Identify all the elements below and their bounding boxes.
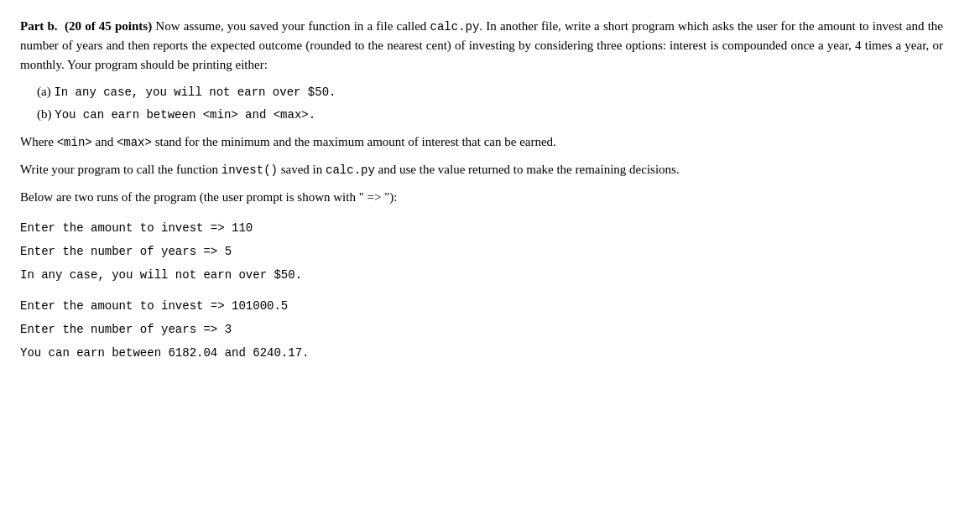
list-item-a: (a) In any case, you will not earn over … bbox=[37, 82, 943, 101]
run1-line1: Enter the amount to invest => 110 bbox=[20, 219, 943, 237]
list-code-a: In any case, you will not earn over $50. bbox=[54, 86, 336, 99]
intro-paragraph: Part b. (20 of 45 points) Now assume, yo… bbox=[20, 17, 943, 74]
write-middle: saved in bbox=[278, 163, 326, 176]
write-suffix: and use the value returned to make the r… bbox=[375, 163, 680, 176]
where-prefix: Where bbox=[20, 135, 57, 148]
list-section: (a) In any case, you will not earn over … bbox=[20, 82, 943, 124]
write-paragraph: Write your program to call the function … bbox=[20, 160, 943, 179]
run2-line3: You can earn between 6182.04 and 6240.17… bbox=[20, 344, 943, 362]
list-label-a: (a) bbox=[37, 85, 54, 98]
where-and: and bbox=[92, 135, 117, 148]
list-code-b: You can earn between <min> and <max>. bbox=[55, 108, 315, 122]
points-label: (20 of 45 points) bbox=[61, 19, 152, 33]
run1-line3: In any case, you will not earn over $50. bbox=[20, 266, 943, 284]
run1-section: Enter the amount to invest => 110 Enter … bbox=[20, 219, 943, 285]
main-content: Part b. (20 of 45 points) Now assume, yo… bbox=[20, 17, 943, 363]
write-prefix: Write your program to call the function bbox=[20, 163, 222, 176]
where-suffix: stand for the minimum and the maximum am… bbox=[152, 135, 556, 148]
run2-line2: Enter the number of years => 3 bbox=[20, 320, 943, 339]
calc-py-ref-2: calc.py bbox=[326, 163, 375, 177]
intro-text-1: Now assume, you saved your function in a… bbox=[152, 19, 430, 33]
invest-func: invest() bbox=[222, 163, 278, 177]
where-min: <min> bbox=[57, 136, 92, 149]
where-paragraph: Where <min> and <max> stand for the mini… bbox=[20, 132, 943, 152]
run1-line2: Enter the number of years => 5 bbox=[20, 242, 943, 261]
run2-section: Enter the amount to invest => 101000.5 E… bbox=[20, 297, 943, 363]
list-label-b: (b) bbox=[37, 107, 55, 121]
below-paragraph: Below are two runs of the program (the u… bbox=[20, 188, 943, 207]
calc-py-ref-1: calc.py bbox=[430, 20, 480, 34]
part-label: Part b. bbox=[20, 19, 58, 33]
run2-line1: Enter the amount to invest => 101000.5 bbox=[20, 297, 943, 315]
where-max: <max> bbox=[117, 136, 152, 149]
list-item-b: (b) You can earn between <min> and <max>… bbox=[37, 105, 943, 124]
